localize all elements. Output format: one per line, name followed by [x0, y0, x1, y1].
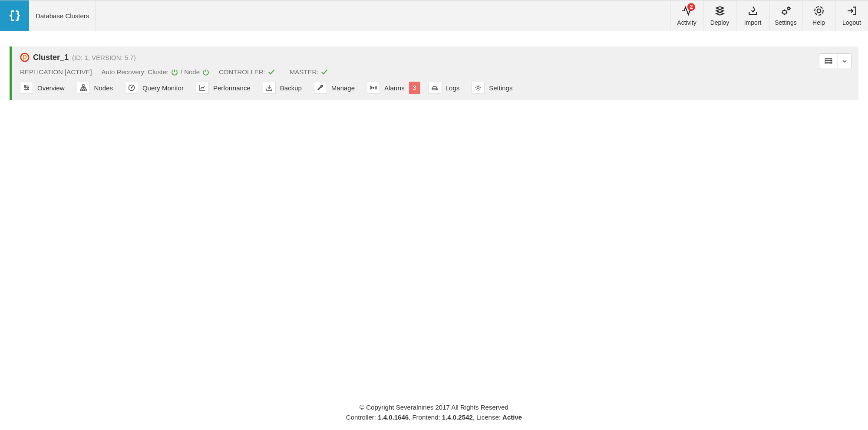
svg-rect-17: [85, 89, 86, 91]
help-icon: [813, 5, 825, 17]
logout-icon: [846, 5, 858, 17]
auto-recovery-label: Auto Recovery: Cluster: [102, 68, 168, 76]
cluster-name: Cluster_1: [33, 53, 69, 62]
auto-recovery-node-label: / Node: [181, 68, 200, 76]
nav-logout[interactable]: Logout: [835, 0, 868, 31]
svg-rect-16: [83, 89, 84, 91]
severalnines-logo-icon: [8, 9, 22, 23]
svg-point-22: [477, 87, 479, 89]
download-icon: [266, 84, 273, 91]
deploy-icon: [714, 5, 726, 17]
svg-point-1: [787, 7, 789, 10]
svg-point-20: [373, 87, 374, 89]
tab-label: Alarms: [380, 82, 409, 94]
nav-label: Activity: [677, 19, 696, 26]
nav-help[interactable]: Help: [802, 0, 835, 31]
svg-rect-14: [83, 85, 84, 86]
power-icon: [202, 69, 209, 76]
gauge-icon: [128, 84, 135, 91]
replication-status: REPLICATION [ACTIVE]: [20, 68, 92, 76]
svg-point-10: [21, 53, 29, 61]
tab-label: Nodes: [90, 82, 117, 94]
gear-icon: [475, 84, 482, 91]
page-title: Database Clusters: [29, 0, 96, 31]
cluster-header: Cluster_1 (ID: 1, VERSION: 5.7): [20, 53, 851, 62]
master-label: MASTER:: [290, 68, 319, 76]
nodes-icon: [80, 84, 87, 91]
disk-icon: [431, 84, 438, 91]
settings-icon: [780, 5, 792, 17]
cluster-meta: (ID: 1, VERSION: 5.7): [72, 54, 136, 61]
cluster-status-row: REPLICATION [ACTIVE] Auto Recovery: Clus…: [20, 68, 851, 76]
import-icon: [747, 5, 759, 17]
tab-label: Overview: [33, 82, 69, 94]
percona-icon: [20, 53, 30, 62]
cluster-actions-dropdown[interactable]: [819, 53, 851, 69]
nav-activity[interactable]: 2 Activity: [670, 0, 703, 31]
nav-import[interactable]: Import: [736, 0, 769, 31]
app-logo[interactable]: [0, 0, 29, 31]
broadcast-icon: [370, 84, 377, 91]
tab-alarms[interactable]: Alarms 3: [367, 82, 420, 94]
nav-label: Help: [812, 19, 825, 26]
tab-query-monitor[interactable]: Query Monitor: [125, 82, 188, 94]
svg-point-11: [25, 86, 26, 87]
cluster-panel: Cluster_1 (ID: 1, VERSION: 5.7) REPLICAT…: [10, 46, 858, 100]
activity-badge: 2: [687, 3, 695, 11]
tab-nodes[interactable]: Nodes: [77, 82, 117, 94]
tab-label: Query Monitor: [138, 82, 188, 94]
power-icon: [171, 69, 178, 76]
svg-point-8: [831, 61, 831, 61]
controller-label: CONTROLLER:: [219, 68, 265, 76]
tab-backup[interactable]: Backup: [263, 82, 306, 94]
nav-label: Import: [744, 19, 762, 26]
nav-label: Deploy: [710, 19, 729, 26]
tab-label: Backup: [276, 82, 306, 94]
tab-performance[interactable]: Performance: [196, 82, 255, 94]
svg-point-3: [817, 9, 821, 13]
tab-settings[interactable]: Settings: [472, 82, 517, 94]
nav-label: Settings: [775, 19, 797, 26]
svg-rect-15: [80, 89, 82, 91]
svg-point-0: [782, 10, 786, 14]
nav-label: Logout: [842, 19, 861, 26]
tab-label: Performance: [209, 82, 255, 94]
tab-label: Manage: [327, 82, 359, 94]
tab-manage[interactable]: Manage: [314, 82, 359, 94]
svg-point-13: [25, 89, 26, 90]
app-header: Database Clusters 2 Activity Deploy Impo…: [0, 0, 868, 31]
svg-point-19: [131, 87, 132, 88]
svg-point-2: [815, 7, 823, 15]
nav-settings[interactable]: Settings: [769, 0, 802, 31]
svg-point-21: [436, 89, 436, 89]
check-icon: [321, 69, 328, 75]
check-icon: [268, 69, 275, 75]
server-icon: [825, 58, 832, 64]
tab-label: Logs: [441, 82, 464, 94]
svg-point-7: [831, 59, 831, 60]
caret-down-icon: [842, 60, 847, 63]
svg-point-9: [831, 63, 831, 63]
sliders-icon: [23, 84, 30, 91]
cluster-tabs: Overview Nodes Query Monitor Performance…: [20, 82, 851, 94]
tab-logs[interactable]: Logs: [428, 82, 464, 94]
tab-label: Settings: [485, 82, 517, 94]
nav-deploy[interactable]: Deploy: [703, 0, 736, 31]
alarms-badge: 3: [409, 82, 420, 94]
svg-point-12: [27, 87, 29, 89]
tab-overview[interactable]: Overview: [20, 82, 69, 94]
wrench-icon: [317, 84, 324, 91]
chart-icon: [199, 84, 206, 91]
